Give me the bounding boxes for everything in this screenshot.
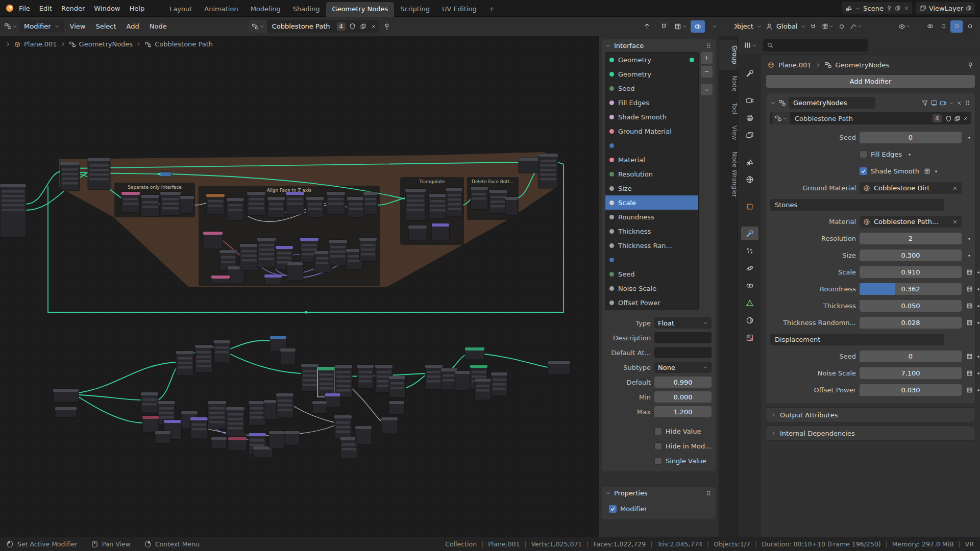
browse-tree-button[interactable] — [249, 20, 267, 33]
workspace-tab-modeling[interactable]: Modeling — [244, 2, 287, 17]
use-attribute[interactable] — [966, 286, 973, 292]
value-field[interactable]: 0 — [860, 350, 962, 362]
graph-node[interactable] — [142, 416, 159, 432]
modifier-name-field[interactable]: GeometryNodes — [789, 97, 875, 109]
collapsed-panel-internal-dependencies[interactable]: Internal Dependencies — [766, 426, 975, 440]
snap[interactable] — [656, 20, 671, 33]
interface-panel-header[interactable]: Interface — [602, 39, 716, 52]
workspace-tab-geometry-nodes[interactable]: Geometry Nodes — [326, 2, 395, 17]
graph-node[interactable] — [306, 197, 324, 217]
graph-node[interactable] — [214, 340, 230, 363]
go-to-parent[interactable] — [640, 20, 654, 33]
menu-select[interactable]: Select — [91, 21, 120, 31]
animate-decorator[interactable] — [975, 320, 980, 326]
viewport-snap-with[interactable] — [820, 20, 835, 33]
fill-edges-checkbox[interactable] — [860, 151, 867, 158]
type-field[interactable]: Float — [654, 317, 712, 329]
graph-node[interactable] — [159, 172, 172, 177]
proportional-falloff[interactable] — [838, 23, 845, 30]
graph-node[interactable] — [455, 371, 470, 390]
graph-node[interactable] — [53, 389, 79, 402]
graph-node[interactable] — [327, 192, 345, 214]
node-graph-canvas[interactable]: Separate only interfaceAlign Face to Z a… — [0, 36, 598, 537]
interface-item[interactable]: Seed — [605, 267, 698, 281]
properties-tab-world[interactable] — [741, 172, 758, 186]
animate-decorator[interactable] — [906, 152, 913, 158]
graph-node[interactable] — [276, 393, 293, 418]
graph-node[interactable] — [267, 197, 285, 217]
interface-item[interactable]: Scale — [605, 195, 698, 210]
sidebar-tab-view[interactable]: View — [719, 120, 738, 145]
shading-wireframe[interactable] — [924, 20, 936, 33]
animate-decorator[interactable] — [975, 269, 980, 276]
shading-material-preview[interactable] — [950, 20, 963, 33]
object-mode-select[interactable]: Object — [734, 20, 762, 33]
interface-item-separator[interactable] — [605, 138, 698, 153]
hide-value-checkbox[interactable] — [654, 428, 662, 435]
graph-node[interactable] — [264, 274, 282, 285]
graph-node[interactable] — [363, 192, 378, 214]
properties-tab-modifier[interactable] — [741, 227, 758, 240]
modifier-extras[interactable] — [949, 101, 954, 106]
interface-item[interactable]: Offset Power — [605, 295, 698, 310]
value-field[interactable]: 0.050 — [860, 300, 962, 312]
animate-decorator[interactable] — [966, 253, 972, 259]
graph-node[interactable] — [475, 379, 491, 400]
editor-type-button[interactable] — [3, 20, 18, 33]
graph-node[interactable] — [55, 407, 77, 417]
snap-with-button[interactable] — [673, 20, 688, 33]
interface-item[interactable]: Noise Scale — [605, 281, 698, 295]
graph-node[interactable] — [425, 365, 443, 389]
animate-decorator[interactable] — [975, 370, 980, 377]
overlays-dropdown[interactable] — [707, 20, 722, 33]
collapsed-panel-output-attributes[interactable]: Output Attributes — [766, 408, 975, 422]
orientation-select[interactable]: Global — [776, 20, 806, 33]
interface-item[interactable]: Geometry — [605, 67, 698, 81]
properties-tab-object-data[interactable] — [741, 296, 758, 310]
value-field[interactable]: 0 — [860, 132, 962, 143]
graph-node[interactable] — [489, 190, 507, 213]
graph-node[interactable] — [334, 415, 352, 439]
users-count[interactable]: 4 — [933, 114, 942, 122]
properties-tab-material[interactable] — [741, 313, 758, 327]
graph-node[interactable] — [249, 401, 266, 425]
interface-item[interactable]: Material — [605, 153, 698, 167]
menu-help[interactable]: Help — [125, 4, 150, 13]
interface-item[interactable]: Geometry — [605, 53, 698, 67]
graph-node[interactable] — [88, 158, 110, 190]
panel-expand[interactable] — [770, 100, 776, 106]
graph-node[interactable] — [190, 417, 208, 439]
graph-node[interactable] — [195, 345, 212, 372]
graph-node[interactable] — [471, 187, 488, 209]
menu-edit[interactable]: Edit — [35, 4, 57, 13]
item-specials-button[interactable] — [701, 84, 713, 95]
interface-item[interactable]: Seed — [605, 81, 698, 95]
fake-user[interactable] — [347, 23, 358, 30]
shader-type-select[interactable]: Modifier — [19, 20, 64, 33]
properties-tab-view-layer[interactable] — [741, 128, 758, 142]
properties-tab-output[interactable] — [741, 111, 758, 124]
interface-item[interactable]: Fill Edges — [605, 95, 698, 110]
graph-node[interactable] — [121, 192, 140, 212]
sidebar-tab-group[interactable]: Group — [719, 40, 738, 70]
graph-node[interactable] — [227, 198, 244, 220]
value-field[interactable]: 0.030 — [860, 384, 962, 396]
graph-node[interactable] — [389, 376, 405, 397]
graph-node[interactable] — [206, 194, 225, 214]
properties-tab-physics[interactable] — [741, 261, 758, 275]
graph-node[interactable] — [240, 244, 258, 270]
falloff-button[interactable] — [849, 20, 863, 33]
viewport-snap[interactable] — [810, 23, 817, 30]
value-field[interactable]: 2 — [860, 233, 962, 244]
graph-node[interactable] — [301, 364, 318, 391]
single-value-checkbox[interactable] — [654, 457, 662, 465]
browse-tree-button[interactable] — [772, 112, 790, 124]
graph-node[interactable] — [389, 401, 404, 414]
workspace-tab-shading[interactable]: Shading — [287, 2, 326, 17]
graph-node[interactable] — [176, 351, 193, 375]
menu-render[interactable]: Render — [57, 4, 89, 13]
menu-view[interactable]: View — [65, 21, 90, 31]
menu-node[interactable]: Node — [145, 21, 172, 31]
menu-file[interactable]: File — [14, 4, 35, 13]
interface-item[interactable]: Size — [605, 181, 698, 195]
